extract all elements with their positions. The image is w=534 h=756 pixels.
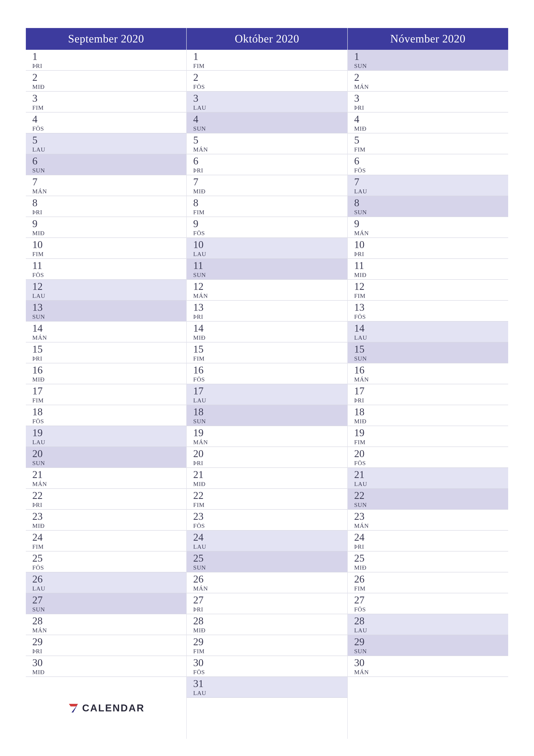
day-abbr: SUN <box>193 272 347 279</box>
day-row: 4FÖS <box>26 113 186 133</box>
day-row: 17LAU <box>187 384 347 405</box>
day-number: 23 <box>32 511 186 522</box>
day-number: 18 <box>193 406 347 417</box>
day-row: 6ÞRI <box>187 154 347 175</box>
day-abbr: MÁN <box>193 146 347 153</box>
day-number: 10 <box>32 239 186 250</box>
day-number: 5 <box>354 135 508 146</box>
day-number: 29 <box>354 636 508 647</box>
day-row: 15FIM <box>187 342 347 363</box>
day-abbr: ÞRI <box>193 167 347 174</box>
calendar-page: September 20201ÞRI2MIÐ3FIM4FÖS5LAU6SUN7M… <box>0 0 534 756</box>
day-number: 11 <box>354 260 508 271</box>
day-abbr: FIM <box>193 501 347 508</box>
day-abbr: MÁN <box>32 334 186 341</box>
month-column: Nóvember 20201SUN2MÁN3ÞRI4MIÐ5FIM6FÖS7LA… <box>348 28 508 739</box>
day-abbr: LAU <box>32 292 186 299</box>
day-row: 30MIÐ <box>26 656 186 677</box>
day-row: 21LAU <box>348 468 508 489</box>
day-number: 7 <box>193 176 347 187</box>
day-row: 12MÁN <box>187 280 347 301</box>
day-row: 25MIÐ <box>348 552 508 572</box>
day-number: 21 <box>354 469 508 480</box>
day-number: 19 <box>193 427 347 438</box>
day-number: 16 <box>193 364 347 375</box>
day-number: 30 <box>32 657 186 668</box>
day-number: 8 <box>193 198 347 208</box>
day-row: 25SUN <box>187 552 347 572</box>
day-abbr: FIM <box>32 104 186 111</box>
day-abbr: ÞRI <box>193 313 347 320</box>
day-number: 12 <box>354 281 508 292</box>
day-abbr: MIÐ <box>193 334 347 341</box>
day-row: 24LAU <box>187 530 347 552</box>
day-row: 22SUN <box>348 489 508 510</box>
day-abbr: MÁN <box>354 230 508 237</box>
day-abbr: MIÐ <box>193 481 347 487</box>
day-abbr: MÁN <box>354 83 508 90</box>
day-row: 11SUN <box>187 259 347 280</box>
day-abbr: FIM <box>193 209 347 216</box>
day-abbr: FÖS <box>32 272 186 279</box>
empty-row <box>348 677 508 739</box>
empty-row: CALENDAR <box>26 677 186 739</box>
day-number: 5 <box>32 135 186 146</box>
day-number: 2 <box>354 72 508 83</box>
day-abbr: MÁN <box>32 188 186 195</box>
day-number: 2 <box>193 72 347 83</box>
day-abbr: MIÐ <box>32 523 186 529</box>
day-number: 9 <box>354 218 508 229</box>
day-row: 29SUN <box>348 635 508 656</box>
day-abbr: FÖS <box>354 167 508 174</box>
day-abbr: ÞRI <box>193 606 347 613</box>
day-abbr: ÞRI <box>193 460 347 467</box>
day-abbr: MIÐ <box>193 627 347 634</box>
day-number: 16 <box>32 364 186 375</box>
day-number: 27 <box>32 595 186 606</box>
day-row: 2MIÐ <box>26 71 186 92</box>
day-row: 9MIÐ <box>26 217 186 238</box>
day-row: 29FIM <box>187 635 347 656</box>
day-row: 11MIÐ <box>348 259 508 280</box>
day-number: 27 <box>354 595 508 606</box>
day-abbr: ÞRI <box>354 397 508 404</box>
day-abbr: FIM <box>193 63 347 69</box>
day-number: 17 <box>193 386 347 396</box>
day-abbr: FÖS <box>32 564 186 571</box>
day-abbr: MIÐ <box>354 564 508 571</box>
day-row: 14MÁN <box>26 322 186 342</box>
day-number: 14 <box>193 323 347 334</box>
day-abbr: ÞRI <box>32 355 186 362</box>
day-number: 19 <box>32 427 186 438</box>
day-abbr: MÁN <box>354 523 508 529</box>
day-number: 17 <box>32 386 186 396</box>
day-abbr: FIM <box>354 439 508 446</box>
day-row: 22ÞRI <box>26 489 186 510</box>
month-column: September 20201ÞRI2MIÐ3FIM4FÖS5LAU6SUN7M… <box>26 28 187 739</box>
day-row: 14LAU <box>348 322 508 342</box>
day-number: 22 <box>193 490 347 501</box>
day-number: 1 <box>32 51 186 62</box>
day-number: 28 <box>193 615 347 626</box>
day-abbr: LAU <box>32 146 186 153</box>
day-abbr: FIM <box>32 397 186 404</box>
day-number: 20 <box>354 448 508 459</box>
day-abbr: LAU <box>32 585 186 592</box>
day-abbr: LAU <box>354 188 508 195</box>
day-row: 23FÖS <box>187 510 347 530</box>
day-number: 13 <box>32 302 186 313</box>
day-row: 12LAU <box>26 280 186 301</box>
day-abbr: MÁN <box>32 627 186 634</box>
day-row: 28MIÐ <box>187 614 347 635</box>
day-number: 1 <box>354 51 508 62</box>
day-number: 7 <box>354 176 508 187</box>
day-number: 3 <box>193 93 347 104</box>
day-row: 7MIÐ <box>187 175 347 196</box>
day-abbr: FIM <box>32 543 186 550</box>
day-number: 22 <box>32 490 186 501</box>
day-row: 17ÞRI <box>348 384 508 405</box>
day-row: 2FÖS <box>187 71 347 92</box>
day-abbr: SUN <box>32 313 186 320</box>
day-number: 21 <box>193 469 347 480</box>
day-number: 13 <box>193 302 347 313</box>
